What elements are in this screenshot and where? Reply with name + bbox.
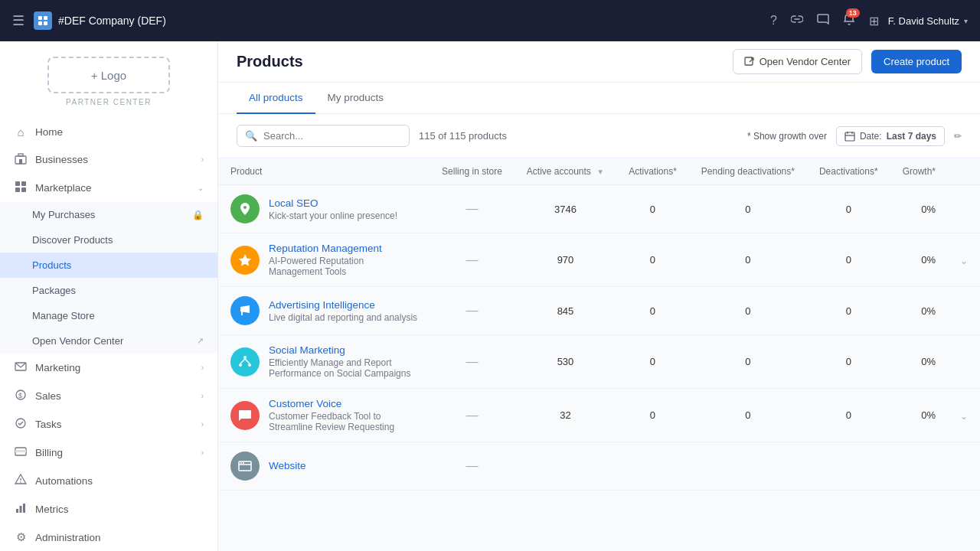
user-chevron-icon: ▾	[964, 17, 968, 25]
administration-icon: ⚙	[14, 530, 28, 544]
link-icon[interactable]	[791, 13, 803, 28]
product-desc-customer-voice: Customer Feedback Tool to Streamline Rev…	[269, 411, 417, 432]
pending-deactivations-cell-reputation-management: 0	[689, 233, 807, 287]
sidebar-item-manage-store[interactable]: Manage Store	[0, 303, 217, 328]
sales-label: Sales	[35, 390, 194, 402]
table-row: Customer Voice Customer Feedback Tool to…	[218, 389, 980, 442]
automations-label: Automations	[35, 475, 204, 487]
product-icon-reputation-management	[230, 246, 260, 275]
user-menu[interactable]: F. David Schultz ▾	[888, 15, 968, 27]
product-name-reputation-management[interactable]: Reputation Management	[269, 243, 417, 254]
sidebar-item-open-vendor-center[interactable]: Open Vendor Center ↗	[0, 328, 217, 354]
tasks-label: Tasks	[35, 419, 194, 430]
selling-cell-local-seo: —	[430, 185, 514, 233]
external-link-icon: ↗	[197, 336, 204, 346]
growth-cell-social-marketing: 0%	[890, 335, 948, 389]
date-filter[interactable]: Date: Last 7 days	[836, 126, 945, 146]
billing-chevron-icon: ›	[201, 448, 204, 457]
search-box[interactable]: 🔍	[237, 125, 410, 147]
hamburger-menu[interactable]: ☰	[12, 12, 24, 29]
product-icon-social-marketing	[230, 347, 260, 377]
expand-icon-reputation-management[interactable]: ⌄	[960, 256, 968, 266]
tasks-chevron-icon: ›	[201, 420, 204, 429]
product-cell-reputation-management: Reputation Management AI-Powered Reputat…	[218, 233, 430, 287]
marketing-chevron-icon: ›	[201, 364, 204, 372]
activations-cell-local-seo: 0	[616, 185, 689, 233]
logo-upload[interactable]: + Logo	[47, 57, 170, 93]
product-name-social-marketing[interactable]: Social Marketing	[269, 344, 417, 356]
sidebar-item-products[interactable]: Products	[0, 253, 217, 278]
chat-icon[interactable]	[817, 13, 829, 28]
apps-icon[interactable]: ⊞	[869, 14, 879, 28]
product-name-customer-voice[interactable]: Customer Voice	[269, 398, 417, 409]
search-input[interactable]	[263, 130, 401, 142]
growth-cell-website	[890, 442, 948, 491]
nav-logo[interactable]: #DEF Company (DEF)	[34, 11, 166, 30]
tab-all-products[interactable]: All products	[237, 83, 315, 114]
sidebar-item-packages[interactable]: Packages	[0, 278, 217, 303]
svg-rect-10	[18, 154, 23, 156]
search-icon: 🔍	[245, 130, 257, 142]
sidebar-item-businesses[interactable]: Businesses ›	[0, 145, 217, 174]
businesses-chevron-icon: ›	[201, 155, 204, 164]
sidebar-item-tasks[interactable]: Tasks ›	[0, 410, 217, 439]
active-accounts-cell-advertising-intelligence: 845	[514, 287, 616, 335]
deactivations-cell-social-marketing: 0	[807, 335, 890, 389]
expand-cell-website	[948, 442, 980, 491]
billing-label: Billing	[35, 447, 194, 458]
tabs-bar: All products My products	[218, 83, 980, 114]
activations-cell-social-marketing: 0	[616, 335, 689, 389]
manage-store-label: Manage Store	[32, 310, 204, 321]
col-pending: Pending deactivations*	[689, 158, 807, 185]
sidebar-item-automations[interactable]: Automations	[0, 467, 217, 495]
metrics-label: Metrics	[35, 504, 204, 515]
create-product-button[interactable]: Create product	[871, 50, 962, 73]
sidebar-item-discover-products[interactable]: Discover Products	[0, 227, 217, 253]
svg-line-40	[245, 359, 250, 364]
sidebar-item-administration[interactable]: ⚙ Administration	[0, 523, 217, 551]
svg-rect-6	[44, 16, 47, 20]
activations-cell-website	[616, 442, 689, 491]
home-icon: ⌂	[14, 126, 28, 139]
automations-icon	[14, 474, 28, 488]
sort-active-icon[interactable]: ▼	[596, 168, 604, 176]
sidebar-item-marketing[interactable]: Marketing ›	[0, 354, 217, 382]
sidebar-item-label: Home	[35, 126, 204, 138]
product-name-website[interactable]: Website	[269, 460, 306, 471]
selling-cell-reputation-management: —	[430, 233, 514, 287]
growth-label[interactable]: * Show growth over	[747, 131, 827, 142]
expand-cell-customer-voice: ⌄	[948, 389, 980, 442]
svg-rect-15	[21, 187, 26, 192]
svg-rect-14	[15, 187, 20, 192]
selling-cell-social-marketing: —	[430, 335, 514, 389]
sidebar-item-billing[interactable]: Billing ›	[0, 439, 217, 467]
notifications-icon[interactable]: 13	[843, 13, 855, 28]
edit-date-icon[interactable]: ✏	[954, 131, 962, 142]
sidebar-item-metrics[interactable]: Metrics	[0, 495, 217, 523]
logo-icon	[34, 11, 52, 30]
pending-deactivations-cell-social-marketing: 0	[689, 335, 807, 389]
svg-rect-5	[38, 16, 42, 20]
active-accounts-cell-website	[514, 442, 616, 491]
tab-my-products[interactable]: My products	[315, 83, 397, 114]
product-name-local-seo[interactable]: Local SEO	[269, 197, 397, 209]
table-row: Local SEO Kick-start your online presenc…	[218, 185, 980, 233]
sidebar-item-home[interactable]: ⌂ Home	[0, 119, 217, 145]
product-name-advertising-intelligence[interactable]: Advertising Intelligence	[269, 299, 417, 311]
product-icon-local-seo	[230, 194, 260, 223]
expand-icon-customer-voice[interactable]: ⌄	[960, 411, 968, 422]
sidebar-item-marketplace[interactable]: Marketplace ⌄	[0, 174, 217, 202]
help-icon[interactable]: ?	[770, 14, 777, 28]
packages-label: Packages	[32, 285, 204, 296]
billing-icon	[14, 445, 28, 460]
svg-rect-29	[845, 132, 854, 141]
marketplace-icon	[14, 181, 28, 195]
open-vendor-center-button[interactable]: Open Vendor Center	[733, 49, 862, 74]
col-deactivations: Deactivations*	[807, 158, 890, 185]
open-vendor-label: Open Vendor Center	[760, 56, 851, 67]
sidebar-item-my-purchases[interactable]: My Purchases 🔒	[0, 202, 217, 227]
svg-line-39	[240, 359, 245, 364]
sidebar-item-sales[interactable]: $ Sales ›	[0, 382, 217, 410]
table-row: Social Marketing Efficiently Manage and …	[218, 335, 980, 389]
products-toolbar: 🔍 115 of 115 products * Show growth over…	[218, 114, 980, 158]
